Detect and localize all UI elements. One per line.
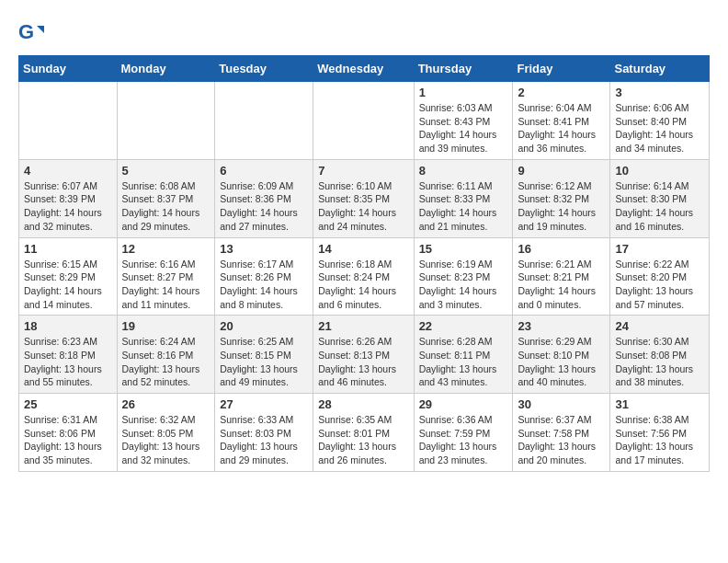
calendar-body: 1Sunrise: 6:03 AM Sunset: 8:43 PM Daylig…	[19, 82, 710, 472]
day-number: 29	[419, 397, 508, 411]
calendar-cell: 30Sunrise: 6:37 AM Sunset: 7:58 PM Dayli…	[513, 394, 610, 472]
calendar-cell: 19Sunrise: 6:24 AM Sunset: 8:16 PM Dayli…	[117, 316, 215, 394]
day-number: 1	[419, 86, 508, 99]
day-info: Sunrise: 6:38 AM Sunset: 7:56 PM Dayligh…	[615, 413, 704, 467]
day-info: Sunrise: 6:35 AM Sunset: 8:01 PM Dayligh…	[318, 413, 408, 467]
calendar-cell: 10Sunrise: 6:14 AM Sunset: 8:30 PM Dayli…	[610, 159, 710, 237]
day-number: 9	[518, 164, 605, 178]
calendar-cell: 9Sunrise: 6:12 AM Sunset: 8:32 PM Daylig…	[513, 159, 610, 237]
header-cell-thursday: Thursday	[414, 56, 513, 82]
calendar-cell: 11Sunrise: 6:15 AM Sunset: 8:29 PM Dayli…	[19, 237, 118, 316]
day-number: 25	[24, 397, 112, 411]
calendar-week-3: 11Sunrise: 6:15 AM Sunset: 8:29 PM Dayli…	[19, 237, 710, 316]
day-info: Sunrise: 6:21 AM Sunset: 8:21 PM Dayligh…	[518, 258, 605, 312]
day-number: 28	[318, 397, 408, 411]
header-cell-saturday: Saturday	[610, 56, 710, 82]
day-info: Sunrise: 6:17 AM Sunset: 8:26 PM Dayligh…	[220, 258, 308, 312]
header-row: SundayMondayTuesdayWednesdayThursdayFrid…	[19, 56, 710, 82]
day-info: Sunrise: 6:22 AM Sunset: 8:20 PM Dayligh…	[615, 258, 704, 312]
calendar-cell: 20Sunrise: 6:25 AM Sunset: 8:15 PM Dayli…	[215, 316, 313, 394]
day-info: Sunrise: 6:29 AM Sunset: 8:10 PM Dayligh…	[518, 335, 605, 389]
calendar-cell: 17Sunrise: 6:22 AM Sunset: 8:20 PM Dayli…	[610, 237, 710, 316]
day-info: Sunrise: 6:07 AM Sunset: 8:39 PM Dayligh…	[24, 179, 112, 234]
day-number: 24	[615, 319, 704, 333]
day-info: Sunrise: 6:06 AM Sunset: 8:40 PM Dayligh…	[615, 101, 704, 155]
day-number: 23	[518, 319, 605, 333]
calendar-cell: 31Sunrise: 6:38 AM Sunset: 7:56 PM Dayli…	[610, 394, 710, 472]
day-number: 16	[518, 242, 605, 256]
day-number: 22	[419, 319, 508, 333]
day-info: Sunrise: 6:08 AM Sunset: 8:37 PM Dayligh…	[122, 179, 210, 234]
header-cell-sunday: Sunday	[19, 56, 118, 82]
calendar-cell: 1Sunrise: 6:03 AM Sunset: 8:43 PM Daylig…	[414, 82, 513, 160]
calendar-cell: 22Sunrise: 6:28 AM Sunset: 8:11 PM Dayli…	[414, 316, 513, 394]
calendar-cell: 15Sunrise: 6:19 AM Sunset: 8:23 PM Dayli…	[414, 237, 513, 316]
svg-text:G: G	[18, 20, 34, 43]
calendar-cell: 7Sunrise: 6:10 AM Sunset: 8:35 PM Daylig…	[313, 159, 414, 237]
calendar-cell: 14Sunrise: 6:18 AM Sunset: 8:24 PM Dayli…	[313, 237, 414, 316]
day-info: Sunrise: 6:14 AM Sunset: 8:30 PM Dayligh…	[615, 179, 704, 234]
day-number: 21	[318, 319, 408, 333]
calendar-cell: 4Sunrise: 6:07 AM Sunset: 8:39 PM Daylig…	[19, 159, 118, 237]
day-info: Sunrise: 6:12 AM Sunset: 8:32 PM Dayligh…	[518, 179, 605, 234]
day-number: 27	[220, 397, 308, 411]
calendar-cell: 28Sunrise: 6:35 AM Sunset: 8:01 PM Dayli…	[313, 394, 414, 472]
day-number: 3	[615, 86, 704, 99]
calendar-cell: 23Sunrise: 6:29 AM Sunset: 8:10 PM Dayli…	[513, 316, 610, 394]
calendar-table: SundayMondayTuesdayWednesdayThursdayFrid…	[18, 55, 710, 472]
day-info: Sunrise: 6:16 AM Sunset: 8:27 PM Dayligh…	[122, 258, 210, 312]
day-info: Sunrise: 6:28 AM Sunset: 8:11 PM Dayligh…	[419, 335, 508, 389]
day-number: 31	[615, 397, 704, 411]
calendar-cell: 6Sunrise: 6:09 AM Sunset: 8:36 PM Daylig…	[215, 159, 313, 237]
day-number: 19	[122, 319, 210, 333]
day-info: Sunrise: 6:18 AM Sunset: 8:24 PM Dayligh…	[318, 258, 408, 312]
day-number: 5	[122, 164, 210, 178]
day-number: 20	[220, 319, 308, 333]
calendar-cell: 5Sunrise: 6:08 AM Sunset: 8:37 PM Daylig…	[117, 159, 215, 237]
logo-icon: G	[18, 18, 46, 46]
day-info: Sunrise: 6:25 AM Sunset: 8:15 PM Dayligh…	[220, 335, 308, 389]
day-number: 17	[615, 242, 704, 256]
calendar-cell: 21Sunrise: 6:26 AM Sunset: 8:13 PM Dayli…	[313, 316, 414, 394]
day-info: Sunrise: 6:26 AM Sunset: 8:13 PM Dayligh…	[318, 335, 408, 389]
calendar-cell: 29Sunrise: 6:36 AM Sunset: 7:59 PM Dayli…	[414, 394, 513, 472]
day-number: 6	[220, 164, 308, 178]
day-number: 14	[318, 242, 408, 256]
day-info: Sunrise: 6:23 AM Sunset: 8:18 PM Dayligh…	[24, 335, 112, 389]
calendar-cell: 2Sunrise: 6:04 AM Sunset: 8:41 PM Daylig…	[513, 82, 610, 160]
day-number: 30	[518, 397, 605, 411]
day-info: Sunrise: 6:09 AM Sunset: 8:36 PM Dayligh…	[220, 179, 308, 234]
day-info: Sunrise: 6:03 AM Sunset: 8:43 PM Dayligh…	[419, 101, 508, 155]
calendar-header: SundayMondayTuesdayWednesdayThursdayFrid…	[19, 56, 710, 82]
header-cell-friday: Friday	[513, 56, 610, 82]
day-number: 18	[24, 319, 112, 333]
calendar-cell: 27Sunrise: 6:33 AM Sunset: 8:03 PM Dayli…	[215, 394, 313, 472]
header-cell-wednesday: Wednesday	[313, 56, 414, 82]
day-number: 15	[419, 242, 508, 256]
calendar-cell	[313, 82, 414, 160]
calendar-cell	[117, 82, 215, 160]
calendar-cell: 18Sunrise: 6:23 AM Sunset: 8:18 PM Dayli…	[19, 316, 118, 394]
calendar-cell: 3Sunrise: 6:06 AM Sunset: 8:40 PM Daylig…	[610, 82, 710, 160]
day-number: 11	[24, 242, 112, 256]
day-number: 13	[220, 242, 308, 256]
day-number: 10	[615, 164, 704, 178]
day-number: 26	[122, 397, 210, 411]
svg-marker-1	[37, 26, 44, 33]
day-number: 4	[24, 164, 112, 178]
header-cell-tuesday: Tuesday	[215, 56, 313, 82]
calendar-cell	[19, 82, 118, 160]
day-info: Sunrise: 6:32 AM Sunset: 8:05 PM Dayligh…	[122, 413, 210, 467]
day-info: Sunrise: 6:15 AM Sunset: 8:29 PM Dayligh…	[24, 258, 112, 312]
day-info: Sunrise: 6:04 AM Sunset: 8:41 PM Dayligh…	[518, 101, 605, 155]
calendar-cell: 25Sunrise: 6:31 AM Sunset: 8:06 PM Dayli…	[19, 394, 118, 472]
day-info: Sunrise: 6:36 AM Sunset: 7:59 PM Dayligh…	[419, 413, 508, 467]
day-number: 8	[419, 164, 508, 178]
calendar-week-2: 4Sunrise: 6:07 AM Sunset: 8:39 PM Daylig…	[19, 159, 710, 237]
calendar-cell: 24Sunrise: 6:30 AM Sunset: 8:08 PM Dayli…	[610, 316, 710, 394]
day-info: Sunrise: 6:10 AM Sunset: 8:35 PM Dayligh…	[318, 179, 408, 234]
day-info: Sunrise: 6:33 AM Sunset: 8:03 PM Dayligh…	[220, 413, 308, 467]
day-info: Sunrise: 6:19 AM Sunset: 8:23 PM Dayligh…	[419, 258, 508, 312]
day-number: 12	[122, 242, 210, 256]
calendar-cell	[215, 82, 313, 160]
